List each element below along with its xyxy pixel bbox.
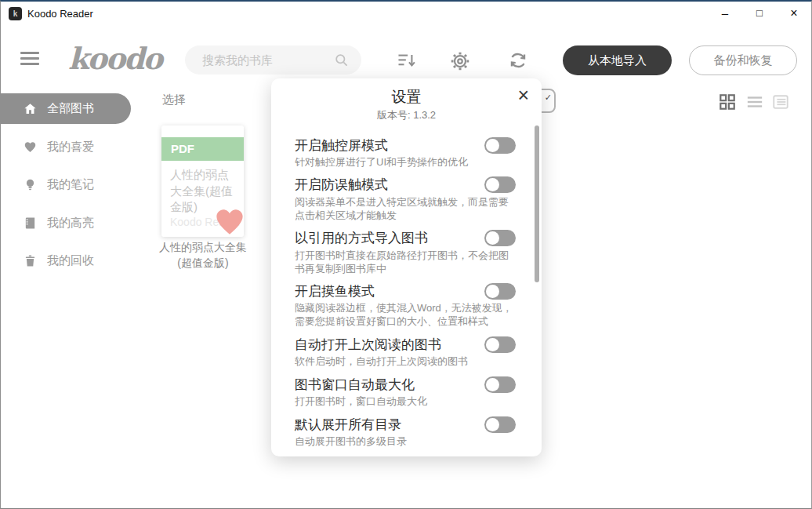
sidebar-item-trash[interactable]: 我的回收 — [1, 245, 131, 276]
setting-toggle[interactable] — [484, 376, 516, 393]
setting-label: 自动打开上次阅读的图书 — [295, 336, 441, 354]
detail-view-icon[interactable] — [772, 93, 789, 111]
app-icon: k — [9, 7, 22, 20]
maximize-button[interactable]: □ — [742, 2, 777, 27]
sidebar-item-favorites[interactable]: 我的喜爱 — [1, 132, 131, 162]
setting-toggle[interactable] — [484, 230, 516, 246]
setting-label: 开启触控屏模式 — [295, 136, 388, 155]
setting-label: 以引用的方式导入图书 — [295, 229, 428, 247]
setting-toggle[interactable] — [484, 336, 516, 353]
book-caption[interactable]: 人性的弱点大全集(超值金版) — [152, 239, 254, 271]
sidebar-item-label: 我的高亮 — [47, 216, 94, 231]
setting-description: 阅读器菜单不是进入特定区域就触发，而是需要点击相关区域才能触发 — [295, 196, 516, 223]
setting-label: 开启防误触模式 — [295, 176, 388, 194]
setting-mistouch-prevention: 开启防误触模式 阅读器菜单不是进入特定区域就触发，而是需要点击相关区域才能触发 — [295, 176, 516, 223]
heart-icon — [24, 140, 37, 154]
sort-icon[interactable] — [396, 49, 419, 73]
search-box[interactable] — [185, 45, 361, 75]
sidebar-item-highlights[interactable]: 我的高亮 — [1, 208, 131, 238]
setting-description: 针对触控屏进行了UI和手势操作的优化 — [295, 156, 516, 169]
setting-touch-mode: 开启触控屏模式 针对触控屏进行了UI和手势操作的优化 — [295, 136, 516, 169]
setting-import-by-reference: 以引用的方式导入图书 打开图书时直接在原始路径打开图书，不会把图书再复制到图书库… — [295, 230, 516, 276]
setting-label: 默认展开所有目录 — [295, 416, 401, 434]
favorite-heart-icon[interactable] — [212, 205, 244, 237]
setting-toggle[interactable] — [484, 416, 516, 433]
grid-view-icon[interactable] — [719, 93, 736, 111]
book-icon — [24, 216, 37, 230]
setting-description: 隐藏阅读器边框，使其混入Word，无法被发现，需要您提前设置好窗口的大小、位置和… — [295, 302, 516, 329]
sidebar-item-label: 全部图书 — [47, 101, 94, 116]
modal-scrollbar[interactable] — [535, 125, 539, 282]
settings-title: 设置 — [271, 87, 542, 107]
window-title: Koodo Reader — [27, 8, 93, 20]
setting-description: 打开图书时直接在原始路径打开图书，不会把图书再复制到图书库中 — [295, 249, 516, 276]
title-bar: k Koodo Reader – □ × — [1, 2, 811, 27]
sidebar-item-notes[interactable]: 我的笔记 — [1, 169, 131, 200]
setting-auto-maximize: 图书窗口自动最大化 打开图书时，窗口自动最大化 — [295, 376, 516, 409]
select-mode-label[interactable]: 选择 — [162, 93, 186, 107]
setting-open-last-book: 自动打开上次阅读的图书 软件启动时，自动打开上次阅读的图书 — [295, 336, 516, 369]
sidebar-item-label: 我的回收 — [47, 253, 94, 268]
lightbulb-icon — [24, 178, 37, 191]
sidebar-item-all-books[interactable]: 全部图书 — [1, 93, 131, 124]
minimize-button[interactable]: – — [708, 2, 742, 27]
menu-hamburger-icon[interactable] — [20, 52, 39, 66]
setting-label: 开启摸鱼模式 — [295, 282, 375, 300]
list-view-icon[interactable] — [746, 93, 763, 111]
check-icon: ✓ — [545, 93, 552, 103]
app-window: k Koodo Reader – □ × koodo — [0, 0, 812, 509]
import-local-button[interactable]: 从本地导入 — [563, 45, 672, 75]
setting-toggle[interactable] — [484, 283, 516, 300]
book-card[interactable]: PDF 人性的弱点大全集(超值金版) Koodo Reader — [161, 125, 244, 237]
koodo-logo: koodo — [68, 41, 161, 76]
format-badge: PDF — [161, 137, 244, 161]
settings-list: 开启触控屏模式 针对触控屏进行了UI和手势操作的优化 开启防误触模式 阅读器菜单… — [295, 136, 516, 456]
sidebar-item-label: 我的笔记 — [47, 177, 94, 192]
setting-expand-toc: 默认展开所有目录 自动展开图书的多级目录 — [295, 416, 516, 449]
sync-icon[interactable] — [507, 49, 531, 73]
setting-stealth-mode: 开启摸鱼模式 隐藏阅读器边框，使其混入Word，无法被发现，需要您提前设置好窗口… — [295, 282, 516, 329]
sidebar-item-label: 我的喜爱 — [47, 140, 94, 155]
close-button[interactable]: × — [777, 2, 811, 27]
settings-modal: 设置 版本号: 1.3.2 × 开启触控屏模式 针对触控屏进行了UI和手势操作的… — [271, 78, 542, 456]
trash-icon — [24, 254, 37, 267]
setting-toggle[interactable] — [484, 137, 516, 154]
setting-description: 软件启动时，自动打开上次阅读的图书 — [295, 355, 516, 369]
settings-version: 版本号: 1.3.2 — [271, 108, 542, 122]
setting-description: 打开图书时，窗口自动最大化 — [295, 395, 516, 409]
setting-label: 图书窗口自动最大化 — [295, 376, 415, 394]
setting-toggle[interactable] — [484, 176, 516, 193]
modal-close-icon[interactable]: × — [517, 84, 529, 107]
search-icon[interactable] — [334, 53, 349, 67]
setting-description: 自动展开图书的多级目录 — [295, 435, 516, 449]
backup-restore-button[interactable]: 备份和恢复 — [689, 45, 797, 75]
search-input[interactable] — [202, 45, 328, 75]
home-icon — [24, 102, 37, 115]
settings-gear-icon[interactable] — [448, 49, 472, 73]
